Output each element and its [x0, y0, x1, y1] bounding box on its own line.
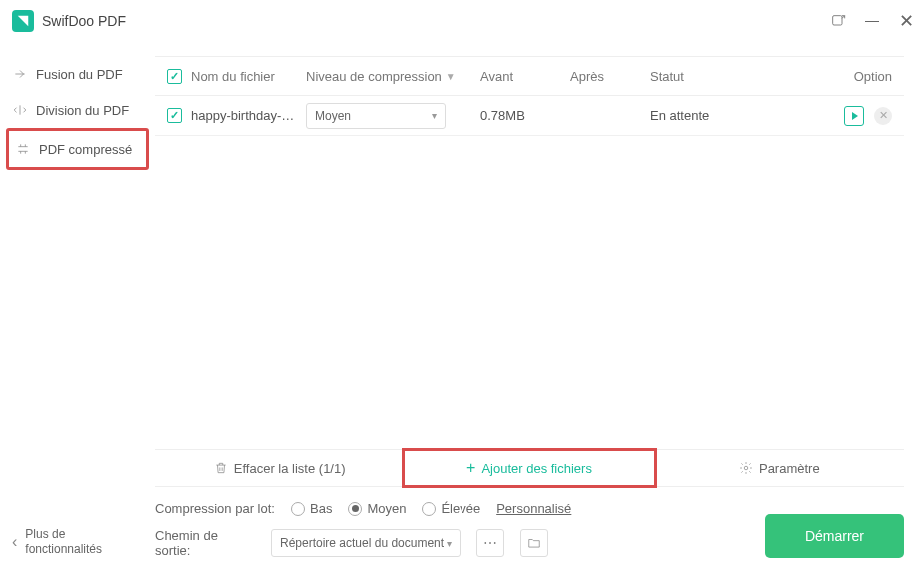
output-path-label: Chemin de sortie:: [155, 528, 255, 558]
row-checkbox[interactable]: [167, 108, 182, 123]
sidebar-item-compress[interactable]: PDF compressé: [9, 131, 146, 167]
clear-list-button[interactable]: Effacer la liste (1/1): [155, 450, 404, 486]
sidebar-item-merge[interactable]: Fusion du PDF: [0, 56, 155, 92]
settings-button[interactable]: Paramètre: [655, 450, 904, 486]
main-panel: Nom du fichier Niveau de compression▼ Av…: [155, 42, 924, 576]
col-header-status[interactable]: Statut: [650, 69, 812, 84]
col-header-name[interactable]: Nom du fichier: [191, 69, 306, 84]
titlebar: SwifDoo PDF ✕: [0, 0, 924, 42]
file-name: happy-birthday-c...: [191, 108, 296, 123]
action-bar: Effacer la liste (1/1) + Ajouter des fic…: [155, 449, 904, 487]
sort-arrow-icon: ▼: [446, 71, 456, 82]
trash-icon: [214, 461, 228, 475]
bottom-panel: Compression par lot: Bas Moyen Élevée Pe…: [155, 487, 904, 576]
radio-medium[interactable]: Moyen: [348, 501, 406, 516]
sidebar-item-split[interactable]: Division du PDF: [0, 92, 155, 128]
app-title: SwifDoo PDF: [42, 13, 126, 29]
sidebar: Fusion du PDF Division du PDF PDF compre…: [0, 42, 155, 576]
compression-level-select[interactable]: Moyen ▾: [306, 103, 446, 129]
radio-high[interactable]: Élevée: [422, 501, 480, 516]
col-header-after[interactable]: Après: [570, 69, 650, 84]
sidebar-item-label: Fusion du PDF: [36, 67, 123, 82]
radio-low[interactable]: Bas: [291, 501, 332, 516]
gear-icon: [739, 461, 753, 475]
svg-point-1: [744, 466, 748, 470]
run-button[interactable]: [844, 106, 864, 126]
merge-icon: [12, 66, 28, 82]
more-options-button[interactable]: ⋯: [476, 529, 504, 557]
select-all-checkbox[interactable]: [167, 69, 182, 84]
batch-compression-label: Compression par lot:: [155, 501, 275, 516]
remove-button[interactable]: ✕: [874, 107, 892, 125]
table-row[interactable]: happy-birthday-c... Moyen ▾ 0.78MB En at…: [155, 96, 904, 136]
table-header: Nom du fichier Niveau de compression▼ Av…: [155, 56, 904, 96]
chevron-down-icon: ▾: [447, 538, 452, 549]
custom-link[interactable]: Personnalisé: [496, 501, 571, 516]
row-status: En attente: [650, 108, 812, 123]
sidebar-highlight: PDF compressé: [6, 128, 149, 170]
start-button[interactable]: Démarrer: [765, 514, 904, 558]
sidebar-more-features[interactable]: ‹ Plus de fonctionnalités: [0, 509, 155, 576]
sidebar-item-label: PDF compressé: [39, 142, 132, 157]
more-features-label: Plus de fonctionnalités: [25, 527, 102, 558]
chevron-left-icon: ‹: [12, 533, 17, 551]
col-header-before[interactable]: Avant: [480, 69, 570, 84]
sidebar-item-label: Division du PDF: [36, 103, 129, 118]
app-logo-icon: [12, 10, 34, 32]
plus-icon: +: [466, 459, 475, 477]
close-icon[interactable]: ✕: [898, 13, 914, 29]
browse-folder-button[interactable]: [520, 529, 548, 557]
chevron-down-icon: ▾: [432, 110, 437, 121]
compress-icon: [15, 141, 31, 157]
split-icon: [12, 102, 28, 118]
share-icon[interactable]: [830, 13, 846, 29]
add-files-button[interactable]: + Ajouter des fichiers: [402, 448, 656, 488]
size-before: 0.78MB: [480, 108, 570, 123]
svg-rect-0: [833, 16, 842, 25]
col-header-level[interactable]: Niveau de compression▼: [306, 69, 480, 84]
col-header-option: Option: [812, 69, 892, 84]
output-path-select[interactable]: Répertoire actuel du document ▾: [271, 529, 461, 557]
minimize-icon[interactable]: [864, 13, 880, 29]
